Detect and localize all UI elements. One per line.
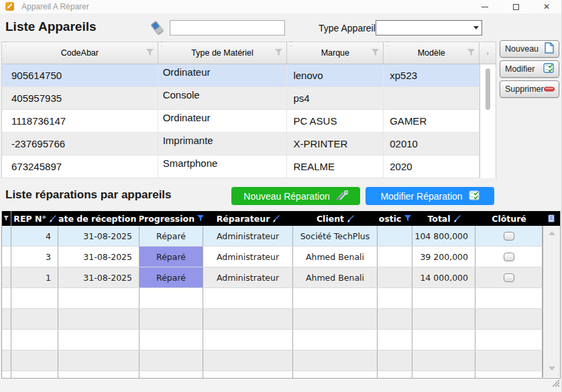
filter-funnel-icon[interactable] bbox=[146, 49, 154, 56]
appareils-vertical-scrollbar[interactable] bbox=[480, 64, 496, 178]
nouveau-reparation-button[interactable]: Nouveau Réparation bbox=[231, 187, 360, 205]
cloture-checkbox[interactable] bbox=[504, 232, 514, 241]
cell-date: 31-08-2025 bbox=[58, 267, 139, 287]
filter-funnel-icon[interactable] bbox=[275, 49, 283, 56]
cell-modele: GAMER bbox=[384, 110, 480, 132]
appareil-a-reparer-window: { "window": { "title": "Appareil A Répar… bbox=[0, 0, 562, 392]
modifier-button-label: Modifier bbox=[505, 64, 535, 74]
scrollbar-thumb[interactable] bbox=[486, 68, 490, 110]
cell-progression: Réparé bbox=[139, 247, 203, 267]
scroll-right-button[interactable]: › bbox=[480, 42, 496, 64]
column-header-reparateur[interactable]: Réparateur bbox=[203, 211, 293, 226]
barcode-scanner-icon bbox=[148, 19, 166, 38]
modifier-reparation-button[interactable]: Modifier Réparation bbox=[366, 187, 494, 205]
cell-total: 104 800,000 bbox=[412, 226, 475, 246]
grid-filter-icon[interactable] bbox=[2, 211, 11, 226]
column-label: Réparateur bbox=[217, 214, 270, 224]
cell-client: Société TechPlus bbox=[293, 226, 378, 246]
column-label: Diagnostic bbox=[379, 214, 402, 224]
filter-funnel-icon[interactable] bbox=[197, 214, 203, 224]
empty-row bbox=[2, 288, 560, 309]
cloture-checkbox[interactable] bbox=[504, 273, 514, 282]
supprimer-button[interactable]: Supprimer bbox=[500, 80, 559, 98]
pen-icon bbox=[272, 215, 280, 222]
column-header-progression[interactable]: Progression bbox=[139, 211, 203, 226]
cell-diagnostic bbox=[378, 267, 412, 287]
reparations-table-header: REP N° Date de réception Progression Rép… bbox=[2, 211, 560, 226]
cell-marque: X-PRINTER bbox=[287, 133, 384, 155]
cell-codeabar: 673245897 bbox=[2, 155, 158, 178]
minimize-button[interactable] bbox=[469, 0, 500, 13]
column-label: Progression bbox=[139, 214, 194, 224]
reparation-row[interactable]: 1 31-08-2025 Réparé Administrateur Ahmed… bbox=[2, 267, 560, 288]
cell-date: 31-08-2025 bbox=[58, 226, 139, 246]
empty-row bbox=[2, 330, 560, 350]
cell-codeabar: 1118736147 bbox=[2, 110, 158, 132]
column-header-marque[interactable]: ⁚ Marque bbox=[287, 42, 384, 64]
cell-codeabar: 905614750 bbox=[2, 64, 158, 86]
cell-type: Ordinateur bbox=[158, 64, 288, 86]
column-header-rep-n[interactable]: REP N° bbox=[11, 211, 58, 226]
cell-modele: 2020 bbox=[384, 155, 480, 178]
column-chooser-icon[interactable] bbox=[543, 211, 560, 226]
reparation-row[interactable]: 4 31-08-2025 Réparé Administrateur Socié… bbox=[2, 226, 560, 247]
column-header-client[interactable]: Client bbox=[293, 211, 378, 226]
drag-handle-icon: ⁚ bbox=[386, 44, 388, 49]
table-row[interactable]: 905614750 Ordinateur lenovo xp523 bbox=[2, 64, 496, 87]
pen-icon bbox=[347, 215, 354, 222]
reparation-row[interactable]: 3 31-08-2025 Réparé Administrateur Ahmed… bbox=[2, 247, 560, 267]
filter-funnel-icon[interactable] bbox=[404, 214, 412, 224]
cell-progression: Réparé bbox=[139, 267, 203, 287]
cell-rep-n: 3 bbox=[11, 247, 58, 267]
cell-client: Ahmed Benali bbox=[293, 267, 378, 287]
cell-marque: ps4 bbox=[287, 87, 384, 109]
table-row[interactable]: -237695766 Imprimante X-PRINTER 02010 bbox=[2, 133, 496, 155]
cell-type: Ordinateur bbox=[158, 110, 288, 132]
cell-cloture bbox=[475, 226, 543, 246]
modifier-button[interactable]: Modifier bbox=[500, 60, 559, 78]
cell-progression: Réparé bbox=[139, 226, 203, 246]
empty-row bbox=[2, 371, 560, 379]
reparations-vertical-scrollbar[interactable] bbox=[543, 226, 560, 377]
column-header-type[interactable]: ⁚ Type de Matériel bbox=[158, 42, 288, 64]
close-button[interactable]: ✕ bbox=[531, 0, 562, 13]
cell-type: Console bbox=[158, 87, 288, 109]
cell-rep-n: 4 bbox=[11, 226, 58, 246]
scroll-up-icon[interactable] bbox=[549, 231, 555, 235]
window-controls: ✕ bbox=[469, 0, 562, 13]
column-label: Clôturé bbox=[492, 214, 526, 224]
table-row[interactable]: 673245897 Smartphone REALME 2020 bbox=[2, 155, 496, 178]
nouveau-button[interactable]: Nouveau bbox=[500, 40, 559, 58]
empty-row bbox=[2, 309, 560, 330]
cloture-checkbox[interactable] bbox=[504, 253, 514, 261]
chevron-right-icon: › bbox=[486, 49, 489, 57]
table-row[interactable]: 405957935 Console ps4 bbox=[2, 87, 496, 110]
modifier-reparation-label: Modifier Réparation bbox=[380, 191, 462, 202]
resize-grip[interactable] bbox=[552, 378, 560, 390]
column-label: Marque bbox=[321, 48, 349, 58]
filter-funnel-icon[interactable] bbox=[467, 49, 475, 56]
scroll-down-icon[interactable] bbox=[549, 367, 555, 371]
empty-row bbox=[2, 350, 560, 371]
cell-total: 14 000,000 bbox=[412, 267, 475, 287]
filter-funnel-icon[interactable] bbox=[372, 49, 380, 56]
codeabar-search-input[interactable] bbox=[170, 20, 285, 36]
column-header-diagnostic[interactable]: Diagnostic bbox=[378, 211, 412, 226]
column-header-date-reception[interactable]: Date de réception bbox=[58, 211, 139, 226]
column-header-codeabar[interactable]: ⁚ CodeAbar bbox=[2, 42, 158, 64]
column-header-cloture[interactable]: Clôturé bbox=[475, 211, 543, 226]
table-row[interactable]: 1118736147 Ordinateur PC ASUS GAMER bbox=[2, 110, 496, 133]
drag-handle-icon: ⁚ bbox=[161, 44, 162, 49]
checklist-icon bbox=[543, 63, 554, 75]
column-header-modele[interactable]: ⁚ Modèle bbox=[384, 42, 480, 64]
minimize-icon bbox=[482, 7, 488, 7]
cell-reparateur: Administrateur bbox=[203, 226, 293, 246]
cell-diagnostic bbox=[378, 226, 412, 246]
column-header-total[interactable]: Total bbox=[412, 211, 475, 226]
reparations-table: REP N° Date de réception Progression Rép… bbox=[1, 211, 561, 379]
type-appareil-dropdown[interactable] bbox=[376, 20, 482, 36]
maximize-icon bbox=[513, 4, 519, 10]
drag-handle-icon: ⁚ bbox=[290, 44, 291, 49]
maximize-button[interactable] bbox=[500, 0, 531, 13]
cell-modele bbox=[384, 87, 480, 109]
